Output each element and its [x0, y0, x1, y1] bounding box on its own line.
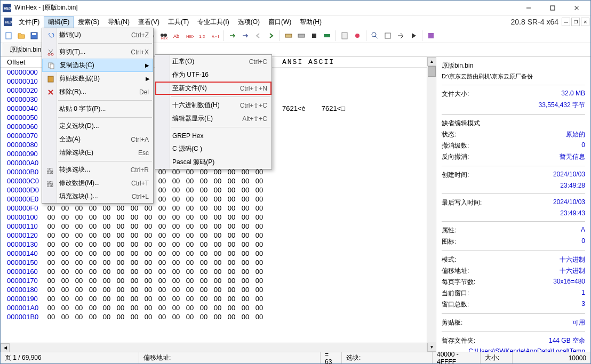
menu-item[interactable]: 填充选块(L)...Ctrl+L — [42, 190, 153, 203]
byte-cell[interactable]: 00 — [155, 258, 169, 266]
menu-item[interactable]: 清除选块(E)Esc — [42, 146, 153, 159]
byte-cell[interactable]: 00 — [183, 204, 197, 212]
byte-cell[interactable]: 00 — [225, 231, 238, 239]
menu-item[interactable]: 剪切(T)...Ctrl+X — [42, 45, 153, 59]
byte-cell[interactable]: 00 — [114, 304, 127, 312]
byte-cell[interactable]: 00 — [252, 204, 266, 212]
byte-cell[interactable]: 00 — [169, 258, 183, 266]
play-icon[interactable] — [408, 30, 419, 42]
submenu-item[interactable]: 作为 UTF-16 — [155, 68, 271, 82]
byte-cell[interactable]: 00 — [100, 295, 114, 303]
submenu-item[interactable]: C 源码(C ) — [155, 142, 271, 156]
byte-cell[interactable]: 00 — [238, 313, 252, 321]
byte-cell[interactable]: 00 — [141, 313, 155, 321]
byte-cell[interactable]: 00 — [114, 231, 127, 239]
byte-cell[interactable]: 00 — [72, 286, 86, 294]
byte-cell[interactable]: 00 — [183, 304, 197, 312]
byte-cell[interactable]: 00 — [86, 286, 100, 294]
byte-cell[interactable]: 00 — [127, 313, 141, 321]
byte-cell[interactable]: 00 — [197, 286, 211, 294]
byte-cell[interactable]: 00 — [127, 268, 141, 276]
byte-cell[interactable]: 00 — [197, 213, 211, 221]
byte-cell[interactable]: 00 — [86, 304, 100, 312]
byte-cell[interactable]: 00 — [86, 204, 100, 212]
byte-cell[interactable]: 00 — [141, 268, 155, 276]
byte-cell[interactable]: 00 — [44, 258, 58, 266]
byte-cell[interactable]: 00 — [252, 304, 266, 312]
byte-cell[interactable]: 00 — [114, 277, 127, 285]
byte-cell[interactable]: 00 — [169, 222, 183, 230]
byte-cell[interactable]: 00 — [127, 295, 141, 303]
byte-cell[interactable]: 00 — [238, 249, 252, 257]
menu-tools[interactable]: 工具(T) — [164, 16, 193, 28]
byte-cell[interactable]: 00 — [238, 213, 252, 221]
byte-cell[interactable]: 00 — [211, 195, 225, 203]
byte-cell[interactable]: 00 — [141, 295, 155, 303]
byte-cell[interactable]: 00 — [86, 249, 100, 257]
hex-row[interactable]: 0000013000000000000000000000000000000000 — [1, 240, 436, 249]
byte-cell[interactable]: 00 — [127, 249, 141, 257]
byte-cell[interactable]: 00 — [44, 204, 58, 212]
byte-cell[interactable]: 00 — [58, 277, 72, 285]
byte-cell[interactable]: 00 — [114, 268, 127, 276]
byte-cell[interactable]: 00 — [127, 286, 141, 294]
byte-cell[interactable]: 00 — [197, 258, 211, 266]
byte-cell[interactable]: 00 — [238, 240, 252, 248]
byte-cell[interactable]: 00 — [44, 222, 58, 230]
byte-cell[interactable]: 00 — [155, 240, 169, 248]
back-icon[interactable] — [252, 30, 264, 42]
hex-row[interactable]: 0000018000000000000000000000000000000000 — [1, 285, 436, 294]
hex-row[interactable]: 0000016000000000000000000000000000000000 — [1, 267, 436, 276]
byte-cell[interactable]: 00 — [100, 222, 114, 230]
byte-cell[interactable]: 00 — [252, 313, 266, 321]
byte-cell[interactable]: 00 — [100, 304, 114, 312]
byte-cell[interactable]: 00 — [197, 204, 211, 212]
byte-cell[interactable]: 00 — [252, 268, 266, 276]
byte-cell[interactable]: 00 — [252, 240, 266, 248]
byte-cell[interactable]: 00 — [44, 213, 58, 221]
byte-cell[interactable]: 00 — [127, 222, 141, 230]
byte-cell[interactable]: 00 — [141, 240, 155, 248]
byte-cell[interactable]: 00 — [72, 313, 86, 321]
byte-cell[interactable]: 00 — [127, 213, 141, 221]
byte-cell[interactable]: 00 — [155, 295, 169, 303]
byte-cell[interactable]: 00 — [238, 186, 252, 194]
byte-cell[interactable]: 00 — [155, 186, 169, 194]
byte-cell[interactable]: 00 — [225, 186, 238, 194]
byte-cell[interactable]: 00 — [155, 204, 169, 212]
byte-cell[interactable]: 00 — [238, 277, 252, 285]
byte-cell[interactable]: 00 — [141, 231, 155, 239]
horizontal-scrollbar[interactable]: ◀ ▶ — [1, 343, 436, 352]
position-icon[interactable] — [395, 30, 406, 42]
byte-cell[interactable]: 00 — [211, 258, 225, 266]
hex-row[interactable]: 000000F000000000000000000000000000000000 — [1, 204, 436, 213]
byte-cell[interactable]: 00 — [58, 249, 72, 257]
byte-cell[interactable]: 00 — [72, 222, 86, 230]
byte-cell[interactable]: 00 — [155, 195, 169, 203]
byte-cell[interactable]: 00 — [211, 295, 225, 303]
byte-cell[interactable]: 00 — [197, 277, 211, 285]
byte-cell[interactable]: 00 — [169, 249, 183, 257]
byte-cell[interactable]: 00 — [44, 249, 58, 257]
menu-item[interactable]: 101010转换选块...Ctrl+R — [42, 163, 153, 176]
byte-cell[interactable]: 00 — [197, 231, 211, 239]
byte-cell[interactable]: 00 — [252, 222, 266, 230]
menu-view[interactable]: 查看(V) — [134, 16, 164, 28]
close-button[interactable] — [564, 1, 588, 15]
byte-cell[interactable]: 00 — [225, 177, 238, 185]
byte-cell[interactable]: 00 — [211, 177, 225, 185]
byte-cell[interactable]: 00 — [86, 213, 100, 221]
byte-cell[interactable]: 00 — [211, 231, 225, 239]
ram-icon[interactable] — [321, 30, 333, 42]
byte-cell[interactable]: 00 — [238, 268, 252, 276]
byte-cell[interactable]: 00 — [183, 295, 197, 303]
menu-nav[interactable]: 导航(N) — [103, 16, 134, 28]
byte-cell[interactable]: 00 — [252, 286, 266, 294]
byte-cell[interactable]: 00 — [183, 195, 197, 203]
byte-cell[interactable]: 00 — [183, 231, 197, 239]
chip-icon[interactable] — [308, 30, 320, 42]
new-file-icon[interactable] — [3, 30, 14, 42]
byte-cell[interactable]: 00 — [183, 286, 197, 294]
menu-item[interactable]: 定义选块(D)... — [42, 119, 153, 133]
byte-cell[interactable]: 00 — [169, 268, 183, 276]
